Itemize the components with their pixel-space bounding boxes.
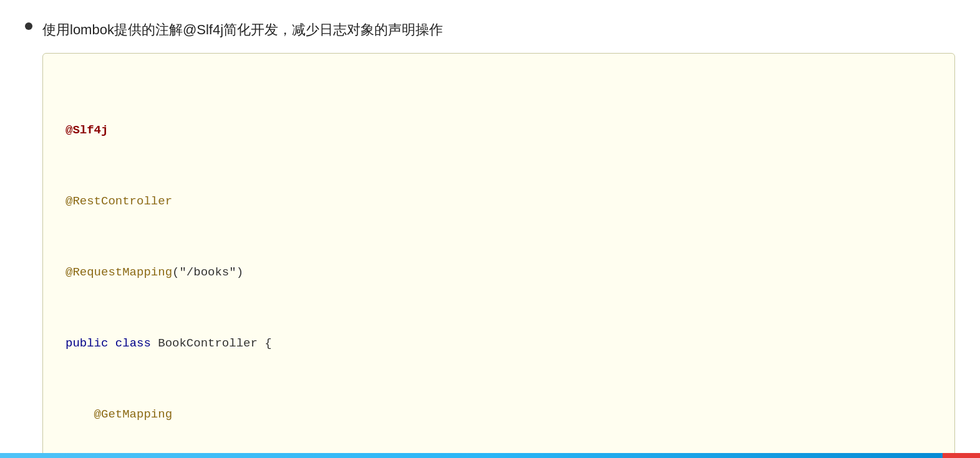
annotation-getmapping: @GetMapping [94, 408, 172, 421]
bottom-bar [0, 453, 980, 458]
class-brace: { [258, 336, 272, 350]
code-block-wrapper: @Slf4j @RestController @RequestMapping("… [42, 53, 955, 458]
code-line-3: @RequestMapping("/books") [65, 260, 932, 284]
classname: BookController [158, 336, 258, 350]
bullet-text: 使用lombok提供的注解@Slf4j简化开发，减少日志对象的声明操作 [42, 19, 443, 41]
code-block: @Slf4j @RestController @RequestMapping("… [65, 71, 932, 458]
annotation-restcontroller: @RestController [65, 194, 172, 208]
bottom-bar-red [943, 453, 980, 458]
code-line-1: @Slf4j [65, 118, 932, 142]
code-line-2: @RestController [65, 189, 932, 213]
code-line-4: public class BookController { [65, 332, 932, 355]
bullet-dot [25, 22, 32, 30]
kw-public-1: public [65, 336, 108, 350]
code-line-5: @GetMapping [65, 403, 932, 426]
annotation-requestmapping: @RequestMapping [65, 265, 172, 279]
bullet-item: 使用lombok提供的注解@Slf4j简化开发，减少日志对象的声明操作 [25, 19, 955, 41]
kw-class: class [115, 336, 151, 350]
page-container: 使用lombok提供的注解@Slf4j简化开发，减少日志对象的声明操作 @Slf… [0, 0, 980, 458]
requestmapping-string: ("/books") [172, 265, 243, 279]
annotation-slf4j: @Slf4j [65, 123, 108, 137]
